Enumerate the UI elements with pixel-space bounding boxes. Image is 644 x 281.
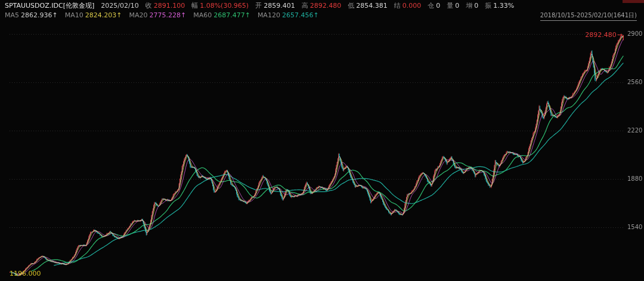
quote-close: 收 2891.100	[145, 2, 185, 10]
date-range-label[interactable]: 2018/10/15-2025/02/10(1641日)	[540, 11, 637, 21]
instrument-symbol: SPTAUUSDOZ.IDC[伦敦金现]	[5, 2, 94, 10]
quote-header: SPTAUUSDOZ.IDC[伦敦金现] 2025/02/10 收 2891.1…	[5, 2, 514, 10]
quote-oi-change: 增 0	[466, 2, 478, 10]
legend-ma10: MA10 2824.203↑	[65, 11, 122, 19]
high-price-value: 2892.480	[585, 31, 617, 39]
quote-open-interest: 仓 0	[428, 2, 440, 10]
legend-ma60: MA60 2687.477↑	[193, 11, 250, 19]
quote-date: 2025/02/10	[101, 2, 138, 10]
quote-high: 高 2892.480	[302, 2, 342, 10]
high-arrow-icon: →	[617, 31, 623, 39]
quote-volume: 量 0	[447, 2, 459, 10]
y-axis-label-1540: 1540	[627, 224, 644, 230]
y-axis-label-2900: 2900	[627, 30, 644, 37]
low-price-marker: 1196.000	[10, 270, 41, 277]
legend-ma5: MA5 2862.936↑	[5, 11, 58, 19]
quote-open: 开 2859.401	[255, 2, 295, 10]
price-chart-canvas[interactable]	[0, 0, 644, 281]
quote-low: 低 2854.381	[348, 2, 388, 10]
trading-app-window: SPTAUUSDOZ.IDC[伦敦金现] 2025/02/10 收 2891.1…	[0, 0, 644, 281]
legend-ma120: MA120 2657.456↑	[258, 11, 319, 19]
y-axis-label-1880: 1880	[627, 175, 644, 182]
y-axis-label-2220: 2220	[627, 127, 644, 134]
high-price-marker: 2892.480→	[585, 31, 623, 39]
quote-settle: 结 0.000	[394, 2, 422, 10]
legend-ma20: MA20 2775.228↑	[129, 11, 186, 19]
quote-change-pct: 幅 1.08%(30.965)	[191, 2, 249, 10]
y-axis-label-2560: 2560	[627, 79, 644, 85]
quote-amplitude: 振 1.33%	[485, 2, 514, 10]
ma-legend: MA5 2862.936↑ MA10 2824.203↑ MA20 2775.2…	[5, 11, 319, 19]
clipped-toolbar-fragment	[623, 0, 644, 3]
